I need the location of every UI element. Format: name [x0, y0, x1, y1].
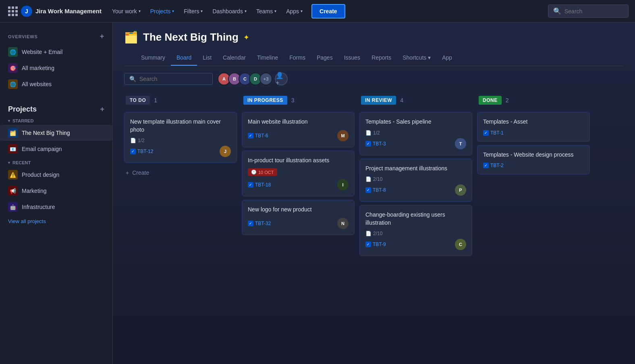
card-tbt-2[interactable]: Templates - Website design process ✓ TBT…	[477, 145, 590, 175]
email-campaign-icon: 📧	[8, 144, 18, 154]
card-id-row: ✓ TBT-8 P	[365, 184, 466, 196]
chevron-down-icon: ▾	[201, 9, 203, 13]
overviews-section: Overviews + 🌐 Website + Email 🎯 All mark…	[0, 31, 112, 92]
board: TO DO 1 New template illustration main c…	[113, 92, 635, 364]
product-design-icon: ⚠️	[8, 170, 18, 180]
column-inreview: IN REVIEW 4 Templates - Sales pipeline 📄…	[359, 92, 472, 356]
card-title: Templates - Sales pipeline	[365, 118, 466, 126]
nav-dashboards[interactable]: Dashboards ▾	[208, 6, 251, 17]
sidebar-item-website-email[interactable]: 🌐 Website + Email	[0, 44, 112, 60]
grid-menu-button[interactable]	[6, 5, 19, 18]
doc-icon: 📄	[130, 138, 136, 143]
card-tbt-32[interactable]: New logo for new product ✓ TBT-32 N	[242, 200, 355, 235]
card-tbt-18[interactable]: In-product tour illustration assets 🕐 10…	[242, 151, 355, 197]
global-search[interactable]: 🔍	[548, 4, 629, 18]
sidebar-item-infrastructure[interactable]: 🤖 Infrastructure	[0, 199, 112, 215]
main-content: 🗂️ The Next Big Thing ✦ Summary Board Li…	[113, 23, 635, 364]
add-member-button[interactable]: 👤+	[275, 72, 288, 85]
nav-filters[interactable]: Filters ▾	[180, 6, 207, 17]
column-inreview-header: IN REVIEW 4	[359, 92, 472, 109]
card-tbt-9[interactable]: Change-boarding existing users illustrat…	[359, 205, 472, 256]
create-button[interactable]: Create	[311, 4, 345, 19]
sidebar-item-marketing[interactable]: 📢 Marketing	[0, 183, 112, 199]
tab-list[interactable]: List	[197, 50, 217, 66]
project-name: The Next Big Thing	[143, 31, 239, 43]
overviews-heading: Overviews +	[0, 31, 112, 42]
board-search[interactable]: 🔍	[124, 73, 213, 85]
tab-app[interactable]: App	[436, 50, 458, 66]
card-id: ✓ TBT-3	[365, 141, 386, 147]
tab-calendar[interactable]: Calendar	[217, 50, 251, 66]
card-title: Templates - Website design process	[483, 151, 584, 159]
board-search-input[interactable]	[139, 76, 208, 82]
sidebar-item-all-websites[interactable]: 🌐 All websites	[0, 76, 112, 92]
sidebar-item-next-big-thing[interactable]: 🗂️ The Next Big Thing	[0, 125, 112, 141]
card-id-row: ✓ TBT-6 M	[248, 130, 349, 141]
doc-icon: 📄	[365, 231, 371, 236]
done-badge: DONE	[479, 96, 502, 105]
global-search-input[interactable]	[564, 8, 623, 14]
inprogress-badge: IN PROGRESS	[243, 96, 287, 105]
website-email-icon: 🌐	[8, 47, 18, 57]
grid-icon	[8, 6, 18, 16]
tab-reports[interactable]: Reports	[366, 50, 397, 66]
card-subtask: 📄 2/10	[365, 176, 466, 182]
card-subtask: 📄 1/2	[130, 138, 231, 143]
card-tbt-8[interactable]: Project management illustrations 📄 2/10 …	[359, 159, 472, 202]
card-tbt-3[interactable]: Templates - Sales pipeline 📄 1/2 ✓ TBT-3…	[359, 112, 472, 155]
tab-pages[interactable]: Pages	[311, 50, 338, 66]
tab-forms[interactable]: Forms	[284, 50, 311, 66]
checkbox-icon: ✓	[130, 149, 136, 154]
checkbox-icon: ✓	[483, 163, 489, 168]
project-emoji: 🗂️	[124, 31, 138, 44]
nav-your-work[interactable]: Your work ▾	[108, 6, 145, 17]
logo-icon: J	[21, 6, 32, 17]
tab-board[interactable]: Board	[171, 50, 197, 66]
sidebar-item-product-design[interactable]: ⚠️ Product design	[0, 167, 112, 183]
column-inprogress-header: IN PROGRESS 3	[242, 92, 355, 109]
plus-icon: +	[126, 170, 129, 176]
logo[interactable]: J Jira Work Management	[21, 6, 102, 17]
sidebar-item-all-marketing[interactable]: 🎯 All marketing	[0, 60, 112, 76]
tab-shortcuts[interactable]: Shortcuts ▾	[397, 50, 436, 66]
create-card-button[interactable]: + Create	[124, 166, 237, 179]
member-avatars: A B C D +3 👤+	[218, 72, 288, 85]
card-id: ✓ TBT-18	[248, 182, 271, 188]
checkbox-icon: ✓	[365, 242, 371, 247]
inreview-badge: IN REVIEW	[361, 96, 396, 105]
card-id-row: ✓ TBT-1	[483, 130, 584, 136]
card-id-row: ✓ TBT-32 N	[248, 218, 349, 229]
all-marketing-icon: 🎯	[8, 63, 18, 73]
starred-section-toggle[interactable]: ▾ STARRED	[0, 115, 112, 125]
card-id-row: ✓ TBT-2	[483, 163, 584, 168]
add-overview-icon[interactable]: +	[100, 32, 104, 41]
nav-teams[interactable]: Teams ▾	[252, 6, 280, 17]
due-date-badge: 🕐 10 OCT	[248, 168, 277, 176]
card-subtask: 📄 1/2	[365, 130, 466, 136]
infrastructure-icon: 🤖	[8, 202, 18, 212]
checkbox-icon: ✓	[248, 182, 253, 188]
tab-summary[interactable]: Summary	[135, 50, 171, 66]
avatar-more[interactable]: +3	[259, 72, 272, 85]
chevron-down-icon: ▾	[245, 9, 247, 13]
add-project-icon[interactable]: +	[100, 105, 104, 114]
card-title: Main website illustration	[248, 118, 349, 126]
checkbox-icon: ✓	[365, 187, 371, 193]
recent-section-toggle[interactable]: ▾ RECENT	[0, 157, 112, 167]
card-tbt-12[interactable]: New template illustration main cover pho…	[124, 112, 237, 163]
doc-icon: 📄	[365, 130, 371, 136]
nav-projects[interactable]: Projects ▾	[146, 6, 178, 17]
tab-issues[interactable]: Issues	[338, 50, 366, 66]
nav-apps[interactable]: Apps ▾	[282, 6, 307, 17]
assignee-avatar: J	[220, 146, 231, 157]
chevron-down-icon: ▾	[8, 161, 10, 165]
view-all-projects-link[interactable]: View all projects	[0, 215, 112, 228]
search-icon: 🔍	[553, 7, 561, 15]
card-title: Project management illustrations	[365, 165, 466, 173]
tab-timeline[interactable]: Timeline	[251, 50, 284, 66]
inprogress-count: 3	[291, 97, 295, 103]
project-star-icon[interactable]: ✦	[243, 33, 249, 42]
sidebar-item-email-campaign[interactable]: 📧 Email campaign	[0, 141, 112, 157]
card-tbt-1[interactable]: Templates - Asset ✓ TBT-1	[477, 112, 590, 142]
card-tbt-6[interactable]: Main website illustration ✓ TBT-6 M	[242, 112, 355, 147]
